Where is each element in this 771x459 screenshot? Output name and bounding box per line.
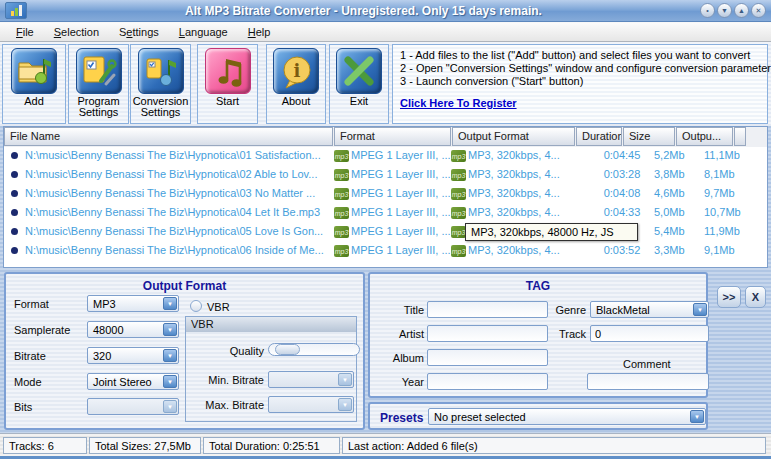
bullet-icon <box>11 171 18 178</box>
output-size-cell: 11,9Mb <box>704 225 740 237</box>
mp3-badge-icon: mp3 <box>451 207 466 219</box>
tag-panel: TAG Title Genre BlackMetal ▼ Artist Trac… <box>368 272 708 398</box>
bullet-icon <box>11 152 18 159</box>
tag-panel-title: TAG <box>370 279 706 293</box>
chevron-down-icon: ▼ <box>338 398 352 411</box>
program-settings-label: Program Settings <box>69 96 128 118</box>
status-total-sizes: Total Sizes: 27,5Mb <box>89 437 201 454</box>
menu-item-selection[interactable]: Selection <box>44 24 109 40</box>
shade-down-button[interactable]: ▼ <box>717 3 732 18</box>
format-cell: MPEG 1 Layer III, ... <box>351 206 451 218</box>
bits-label: Bits <box>14 401 32 413</box>
output-format-cell: MP3, 320kbps, 4... <box>468 244 560 256</box>
expand-button[interactable]: >> <box>717 286 741 308</box>
instructions-list: 1 - Add files to the list ("Add" button)… <box>400 49 767 88</box>
presets-bar: Presets No preset selected ▼ <box>368 402 708 430</box>
info-icon: i <box>273 48 319 94</box>
file-path-cell: N:\music\Benny Benassi The Biz\Hypnotica… <box>25 149 321 161</box>
bullet-icon <box>11 247 18 254</box>
track-field[interactable] <box>590 325 709 342</box>
bits-dropdown[interactable]: ▼ <box>87 398 179 415</box>
format-dropdown[interactable]: MP3 ▼ <box>87 295 179 312</box>
vbr-checkbox[interactable] <box>190 300 202 312</box>
shade-up-button[interactable]: ▲ <box>734 3 749 18</box>
column-blank <box>734 127 746 146</box>
minimize-button[interactable]: • <box>700 3 715 18</box>
comment-field[interactable] <box>587 373 709 390</box>
close-panel-button[interactable]: X <box>745 286 766 308</box>
quality-slider[interactable] <box>268 343 360 356</box>
status-last-action: Last action: Added 6 file(s) <box>342 437 766 454</box>
column-output-format[interactable]: Output Format <box>452 127 575 146</box>
start-button-label: Start <box>198 96 257 107</box>
artist-field[interactable] <box>427 325 548 342</box>
column-size[interactable]: Size <box>623 127 675 146</box>
samplerate-dropdown[interactable]: 48000 ▼ <box>87 321 179 338</box>
vbr-checkbox-label: VBR <box>207 301 230 313</box>
instructions-panel: 1 - Add files to the list ("Add" button)… <box>392 44 768 124</box>
genre-dropdown[interactable]: BlackMetal ▼ <box>590 301 709 318</box>
exit-button[interactable]: Exit <box>329 44 389 124</box>
quality-slider-thumb[interactable] <box>275 344 300 355</box>
chevron-down-icon: ▼ <box>690 410 704 423</box>
program-settings-button[interactable]: Program Settings <box>68 44 129 124</box>
exit-x-icon <box>336 48 382 94</box>
title-field[interactable] <box>427 301 548 318</box>
column-format[interactable]: Format <box>334 127 451 146</box>
menu-item-help[interactable]: Help <box>238 24 281 40</box>
file-row[interactable]: N:\music\Benny Benassi The Biz\Hypnotica… <box>4 147 767 166</box>
mp3-badge-icon: mp3 <box>451 245 466 257</box>
output-format-cell: MP3, 320kbps, 4... <box>468 168 560 180</box>
start-button[interactable]: Start <box>197 44 258 124</box>
chevron-down-icon: ▼ <box>163 349 177 362</box>
file-path-cell: N:\music\Benny Benassi The Biz\Hypnotica… <box>25 187 315 199</box>
mode-value: Joint Stereo <box>88 376 163 388</box>
chevron-down-icon: ▼ <box>163 375 177 388</box>
about-button[interactable]: i About <box>266 44 326 124</box>
output-size-cell: 11,1Mb <box>704 149 740 161</box>
bitrate-dropdown[interactable]: 320 ▼ <box>87 347 179 364</box>
chevron-down-icon: ▼ <box>693 303 707 316</box>
max-bitrate-dropdown[interactable]: ▼ <box>268 396 354 413</box>
column-file-name[interactable]: File Name <box>4 127 333 146</box>
file-row[interactable]: N:\music\Benny Benassi The Biz\Hypnotica… <box>4 242 767 261</box>
file-row[interactable]: N:\music\Benny Benassi The Biz\Hypnotica… <box>4 185 767 204</box>
size-cell: 5,4Mb <box>654 225 685 237</box>
file-list: File Name Format Output Format Duration … <box>3 126 768 268</box>
add-button[interactable]: Add <box>2 44 66 124</box>
presets-value: No preset selected <box>429 411 690 423</box>
format-cell: MPEG 1 Layer III, ... <box>351 187 451 199</box>
mp3-badge-icon: mp3 <box>334 207 349 219</box>
format-value: MP3 <box>88 298 163 310</box>
file-row[interactable]: N:\music\Benny Benassi The Biz\Hypnotica… <box>4 166 767 185</box>
file-row[interactable]: N:\music\Benny Benassi The Biz\Hypnotica… <box>4 204 767 223</box>
window-title: Alt MP3 Bitrate Converter - Unregistered… <box>27 4 700 18</box>
year-field[interactable] <box>427 373 548 390</box>
menu-item-file[interactable]: File <box>6 24 44 40</box>
register-link[interactable]: Click Here To Register <box>400 97 517 109</box>
close-button[interactable]: ✕ <box>751 3 766 18</box>
output-format-tooltip: MP3, 320kbps, 48000 Hz, JS <box>465 223 638 241</box>
album-field[interactable] <box>427 349 548 366</box>
mp3-badge-icon: mp3 <box>334 188 349 200</box>
duration-cell: 0:04:08 <box>598 187 646 199</box>
column-output-size[interactable]: Outpu... <box>676 127 733 146</box>
presets-dropdown[interactable]: No preset selected ▼ <box>428 408 706 425</box>
exit-button-label: Exit <box>330 96 388 107</box>
format-cell: MPEG 1 Layer III, ... <box>351 168 451 180</box>
conversion-settings-button[interactable]: Conversion Settings <box>130 44 191 124</box>
size-cell: 3,3Mb <box>654 244 685 256</box>
status-bar: Tracks: 6 Total Sizes: 27,5Mb Total Dura… <box>0 433 771 456</box>
menu-item-language[interactable]: Language <box>169 24 238 40</box>
mode-dropdown[interactable]: Joint Stereo ▼ <box>87 373 179 390</box>
size-cell: 5,2Mb <box>654 149 685 161</box>
min-bitrate-dropdown[interactable]: ▼ <box>268 371 354 388</box>
instruction-line: 2 - Open "Conversion Settings" window an… <box>400 62 767 75</box>
duration-cell: 0:04:45 <box>598 149 646 161</box>
column-duration[interactable]: Duration <box>576 127 622 146</box>
file-row[interactable]: N:\music\Benny Benassi The Biz\Hypnotica… <box>4 223 767 242</box>
menu-item-settings[interactable]: Settings <box>109 24 169 40</box>
file-list-header: File Name Format Output Format Duration … <box>4 127 767 147</box>
year-label: Year <box>376 376 424 388</box>
comment-label: Comment <box>623 358 671 370</box>
